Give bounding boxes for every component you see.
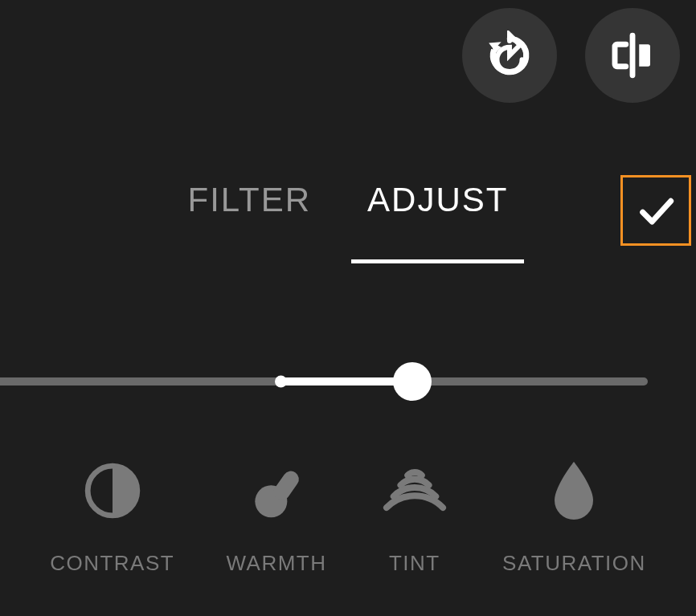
slider-handle[interactable] (393, 362, 432, 401)
reset-button[interactable] (462, 8, 557, 103)
adjust-item-contrast[interactable]: CONTRAST (50, 459, 174, 576)
slider-fill (281, 377, 406, 386)
confirm-button[interactable] (620, 175, 691, 246)
adjust-item-tint[interactable]: TINT (379, 459, 451, 576)
checkmark-icon (633, 188, 678, 233)
saturation-icon (550, 459, 598, 523)
slider-track (0, 377, 277, 386)
adjust-label: CONTRAST (50, 551, 174, 576)
contrast-icon (83, 459, 142, 523)
adjust-label: TINT (389, 551, 440, 576)
adjust-slider[interactable] (0, 361, 696, 402)
tint-icon (379, 459, 451, 523)
adjust-item-saturation[interactable]: SATURATION (502, 459, 646, 576)
adjust-items-row: CONTRAST WARMTH TINT SATURATION (0, 459, 696, 576)
adjust-label: SATURATION (502, 551, 646, 576)
tab-filter[interactable]: FILTER (188, 181, 312, 263)
adjust-label: WARMTH (226, 551, 326, 576)
adjust-item-warmth[interactable]: WARMTH (226, 459, 326, 576)
reset-icon (485, 31, 534, 80)
warmth-icon (244, 459, 309, 523)
tab-adjust[interactable]: ADJUST (367, 181, 508, 263)
compare-icon (606, 29, 659, 82)
compare-button[interactable] (585, 8, 680, 103)
tabs-row: FILTER ADJUST (0, 181, 696, 263)
